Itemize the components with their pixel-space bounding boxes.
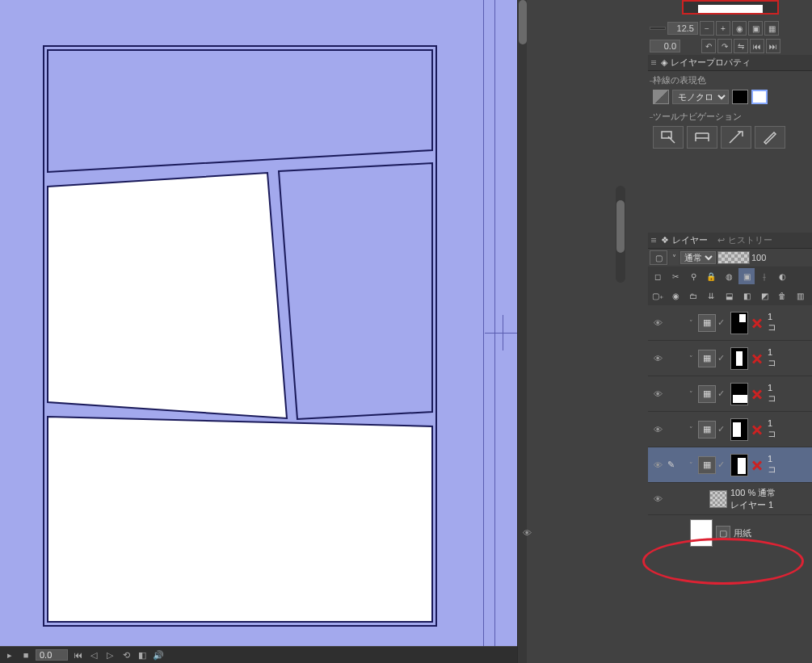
two-windows-icon[interactable]: ▥ xyxy=(792,287,808,304)
layer-row-paper[interactable]: 👁 ▢ 用紙 xyxy=(648,515,812,551)
prev-icon[interactable]: ◁ xyxy=(87,648,100,661)
lock-icon[interactable]: 🔒 xyxy=(703,268,719,284)
layer-row[interactable]: 👁 ˅ ▦ ✓ 1コ xyxy=(648,305,812,341)
zoom-value[interactable]: 12.5 xyxy=(667,22,698,35)
zoom-slider[interactable] xyxy=(650,27,666,30)
next-icon[interactable]: ▷ xyxy=(103,648,116,661)
opacity-value[interactable]: 100 xyxy=(751,253,766,262)
paper-thumb[interactable] xyxy=(690,519,713,547)
canvas-area[interactable] xyxy=(0,0,517,646)
black-swatch[interactable] xyxy=(732,90,748,104)
mask-disabled-icon[interactable] xyxy=(750,316,764,330)
status-value[interactable]: 0.0 xyxy=(36,649,68,661)
layer-row[interactable]: 👁 ˅ ▦ ✓ 1コ xyxy=(648,376,812,412)
color-mode-select[interactable]: モノクロ xyxy=(672,90,729,104)
mask-enable-icon[interactable]: ▣ xyxy=(738,268,755,284)
sound-icon[interactable]: 🔊 xyxy=(152,648,165,661)
new-adjust-icon[interactable]: ◉ xyxy=(667,287,684,304)
paper-label: 用紙 xyxy=(734,527,751,539)
chevron-down-icon[interactable]: ˅ xyxy=(685,461,696,469)
frame-folder-icon[interactable]: ▦ xyxy=(698,385,716,403)
eye-icon[interactable]: 👁 xyxy=(650,315,666,331)
loop-icon[interactable]: ⟲ xyxy=(120,648,133,661)
full-icon[interactable]: ▣ xyxy=(748,21,763,36)
mask-disabled-icon[interactable] xyxy=(750,387,764,401)
chevron-down-icon[interactable]: ˅ xyxy=(685,355,696,363)
history-tab[interactable]: ヒストリー xyxy=(728,234,772,246)
mask-thumb[interactable] xyxy=(730,347,748,370)
apply-mask-icon[interactable]: ◩ xyxy=(756,287,772,304)
stop-icon[interactable]: ■ xyxy=(19,648,32,661)
lock-trans-icon[interactable]: ◍ xyxy=(721,268,737,284)
pen-tool-icon[interactable] xyxy=(755,126,785,149)
navigator-thumb[interactable] xyxy=(648,0,812,19)
frame-split-tool-icon[interactable] xyxy=(687,126,717,149)
layer-row[interactable]: 👁 ˅ ▦ ✓ 1コ xyxy=(648,412,812,447)
check-icon: ✓ xyxy=(717,317,729,328)
zoom-in-icon[interactable]: + xyxy=(716,21,730,36)
onion-icon[interactable]: ◧ xyxy=(136,648,149,661)
layer-property-header[interactable]: ◈ レイヤープロパティ xyxy=(648,55,812,71)
eye-icon[interactable]: 👁 xyxy=(650,457,666,473)
next-view-icon[interactable]: ⏭ xyxy=(766,39,780,53)
rotate-ccw-icon[interactable]: ↶ xyxy=(701,39,716,53)
new-folder-icon[interactable]: 🗀 xyxy=(685,287,701,304)
mask-disabled-icon[interactable] xyxy=(750,458,764,472)
angle-value[interactable]: 0.0 xyxy=(650,40,680,52)
eye-icon[interactable]: 👁 xyxy=(650,422,666,438)
zoom-out-icon[interactable]: − xyxy=(700,21,714,36)
flip-h-icon[interactable]: ⇋ xyxy=(734,39,748,53)
mask-disabled-icon[interactable] xyxy=(750,422,764,437)
layers-header[interactable]: ❖ レイヤー ↩ ヒストリー xyxy=(648,233,812,249)
mask-thumb[interactable] xyxy=(730,418,748,441)
object-tool-icon[interactable] xyxy=(653,126,684,149)
ruler-icon[interactable]: ⟊ xyxy=(756,268,772,284)
mask-new-icon[interactable]: ◧ xyxy=(738,287,755,304)
layer-row-raster[interactable]: 👁 100 % 通常レイヤー 1 xyxy=(648,483,812,515)
layer-name[interactable]: 100 % 通常レイヤー 1 xyxy=(729,487,810,511)
delete-layer-icon[interactable]: 🗑 xyxy=(774,287,790,304)
mask-disabled-icon[interactable] xyxy=(750,351,764,366)
new-layer-icon[interactable]: ▢₊ xyxy=(650,287,666,304)
blend-mode-select[interactable]: 通常 xyxy=(680,251,716,264)
opacity-slider[interactable] xyxy=(717,251,750,264)
layer-thumb[interactable] xyxy=(709,490,727,508)
frame-cut-tool-icon[interactable] xyxy=(721,126,751,149)
canvas-scrollbar[interactable] xyxy=(517,0,527,663)
prev-view-icon[interactable]: ⏮ xyxy=(750,39,764,53)
reference-icon[interactable]: ✂ xyxy=(667,268,684,284)
first-icon[interactable]: ⏮ xyxy=(71,648,84,661)
layer-row[interactable]: 👁 ˅ ▦ ✓ 1コ xyxy=(648,341,812,376)
transfer-down-icon[interactable]: ⇊ xyxy=(703,287,719,304)
mask-thumb[interactable] xyxy=(730,312,748,334)
crop-mark xyxy=(485,333,517,334)
mask-thumb[interactable] xyxy=(730,454,748,476)
white-swatch[interactable] xyxy=(751,90,768,104)
frame-folder-icon[interactable]: ▦ xyxy=(698,456,716,474)
chevron-down-icon[interactable]: ˅ xyxy=(685,319,696,327)
merge-down-icon[interactable]: ⬓ xyxy=(721,287,737,304)
frame-folder-icon[interactable]: ▦ xyxy=(698,421,716,439)
frame-folder-icon[interactable]: ▦ xyxy=(698,314,716,332)
grid-icon[interactable]: ▦ xyxy=(764,21,779,36)
border-color-section: 枠線の表現色 モノクロ xyxy=(648,71,812,107)
eye-icon[interactable]: 👁 xyxy=(650,386,666,402)
chevron-down-icon[interactable]: ˅ xyxy=(685,426,696,434)
chevron-down-icon[interactable]: ˅ xyxy=(669,250,679,265)
chevron-down-icon[interactable]: ˅ xyxy=(685,390,696,398)
mask-thumb[interactable] xyxy=(730,383,748,405)
panel-scrollbar[interactable] xyxy=(616,186,625,283)
eye-icon[interactable]: 👁 xyxy=(650,350,666,367)
gradient-swatch[interactable] xyxy=(653,90,669,104)
status-bar: ▸ ■ 0.0 ⏮ ◁ ▷ ⟲ ◧ 🔊 xyxy=(0,647,517,663)
eye-icon[interactable]: 👁 xyxy=(650,491,666,507)
layer-row-selected[interactable]: 👁 ✎ ˅ ▦ ✓ 1コ xyxy=(648,447,812,483)
fit-icon[interactable]: ◉ xyxy=(732,21,747,36)
palette-color-icon[interactable]: ▢ xyxy=(650,250,667,265)
play-icon[interactable]: ▸ xyxy=(3,648,16,661)
clip-icon[interactable]: ◻ xyxy=(650,268,666,284)
frame-folder-icon[interactable]: ▦ xyxy=(698,350,716,367)
layer-color-icon[interactable]: ◐ xyxy=(774,268,790,284)
rotate-cw-icon[interactable]: ↷ xyxy=(717,39,732,53)
draft-icon[interactable]: ⚲ xyxy=(685,268,701,284)
